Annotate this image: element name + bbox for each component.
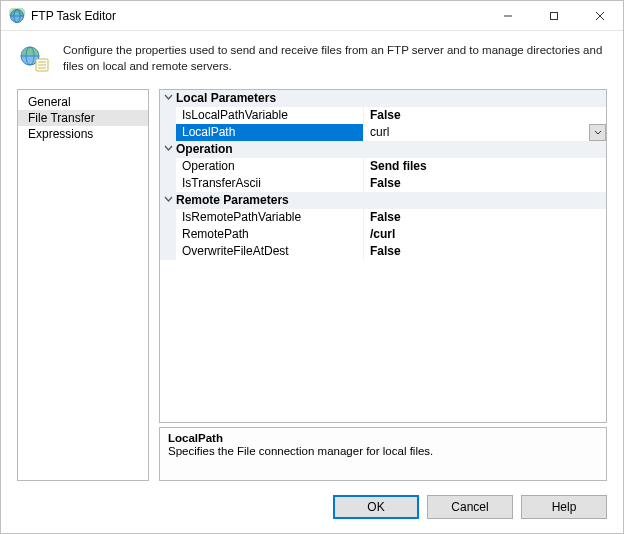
prop-name: Operation [176,158,364,175]
gutter [160,158,176,175]
dropdown-button[interactable] [589,124,606,141]
prop-name: IsTransferAscii [176,175,364,192]
gutter [160,243,176,260]
category-remote-parameters[interactable]: Remote Parameters [160,192,606,209]
header-description: Configure the properties used to send an… [63,43,605,74]
app-icon [9,8,25,24]
gutter [160,209,176,226]
prop-istransferascii[interactable]: IsTransferAscii False [160,175,606,192]
svg-rect-4 [551,12,558,19]
window-controls [485,1,623,30]
prop-value[interactable]: False [364,107,606,124]
property-panel: Local Parameters IsLocalPathVariable Fal… [159,89,607,481]
nav-item-expressions[interactable]: Expressions [18,126,148,142]
gutter [160,124,176,141]
collapse-icon[interactable] [160,192,176,209]
minimize-button[interactable] [485,1,531,30]
category-operation[interactable]: Operation [160,141,606,158]
prop-localpath[interactable]: LocalPath curl [160,124,606,141]
content-area: General File Transfer Expressions Local … [1,89,623,481]
help-button[interactable]: Help [521,495,607,519]
prop-name: OverwriteFileAtDest [176,243,364,260]
titlebar: FTP Task Editor [1,1,623,31]
gutter [160,107,176,124]
gutter [160,175,176,192]
prop-value[interactable]: False [364,243,606,260]
cancel-button[interactable]: Cancel [427,495,513,519]
property-grid-body[interactable]: Local Parameters IsLocalPathVariable Fal… [160,90,606,422]
category-label: Operation [176,141,606,158]
category-label: Remote Parameters [176,192,606,209]
maximize-button[interactable] [531,1,577,30]
collapse-icon[interactable] [160,141,176,158]
prop-operation[interactable]: Operation Send files [160,158,606,175]
property-grid: Local Parameters IsLocalPathVariable Fal… [159,89,607,423]
category-local-parameters[interactable]: Local Parameters [160,90,606,107]
ok-button[interactable]: OK [333,495,419,519]
prop-name: RemotePath [176,226,364,243]
help-title: LocalPath [168,432,598,444]
prop-islocalpathvariable[interactable]: IsLocalPathVariable False [160,107,606,124]
prop-remotepath[interactable]: RemotePath /curl [160,226,606,243]
nav-panel: General File Transfer Expressions [17,89,149,481]
chevron-down-icon [594,129,602,137]
prop-value[interactable]: /curl [364,226,606,243]
nav-item-file-transfer[interactable]: File Transfer [18,110,148,126]
nav-item-general[interactable]: General [18,94,148,110]
task-icon [19,43,51,75]
prop-isremotepathvariable[interactable]: IsRemotePathVariable False [160,209,606,226]
window-title: FTP Task Editor [31,9,485,23]
category-label: Local Parameters [176,90,606,107]
prop-name: LocalPath [176,124,364,141]
prop-value-text: curl [370,125,389,139]
collapse-icon[interactable] [160,90,176,107]
header: Configure the properties used to send an… [1,31,623,89]
prop-name: IsLocalPathVariable [176,107,364,124]
help-text: Specifies the File connection manager fo… [168,445,598,457]
prop-overwritefileatdest[interactable]: OverwriteFileAtDest False [160,243,606,260]
ftp-task-editor-window: FTP Task Editor [0,0,624,534]
prop-value[interactable]: False [364,209,606,226]
close-button[interactable] [577,1,623,30]
prop-name: IsRemotePathVariable [176,209,364,226]
help-box: LocalPath Specifies the File connection … [159,427,607,481]
prop-value[interactable]: curl [364,124,606,141]
gutter [160,226,176,243]
footer: OK Cancel Help [1,481,623,533]
prop-value[interactable]: Send files [364,158,606,175]
prop-value[interactable]: False [364,175,606,192]
